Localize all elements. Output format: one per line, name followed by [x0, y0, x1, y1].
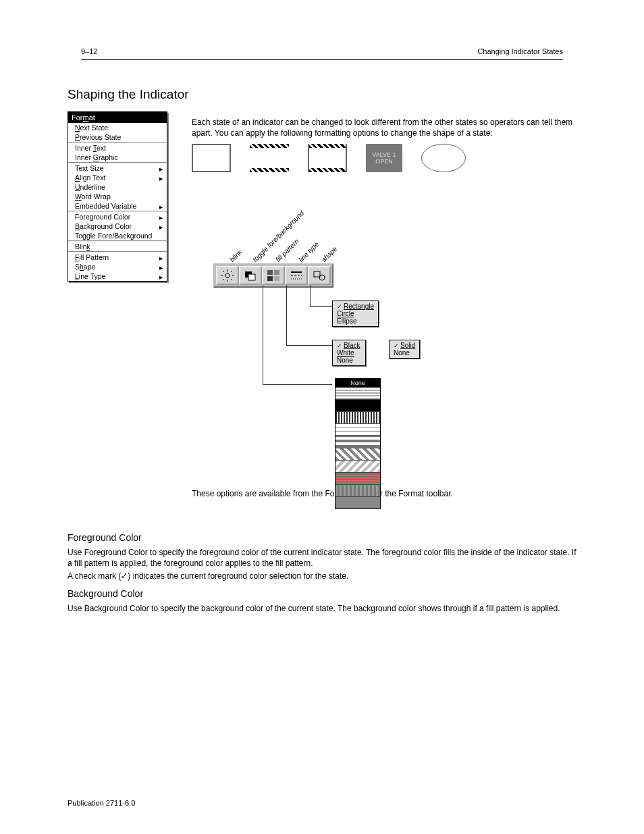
svg-line-5 — [223, 271, 224, 272]
color-opt-none[interactable]: None — [336, 357, 363, 364]
shape-opt-ellipse[interactable]: Ellipse — [336, 317, 375, 325]
linetype-opt-solid[interactable]: Solid — [392, 342, 417, 349]
toolbar-linetype-button[interactable] — [285, 266, 308, 285]
linetype-opt-none[interactable]: None — [392, 349, 417, 357]
pattern-swatch[interactable] — [336, 460, 380, 472]
toolbar-toggle-fb-button[interactable] — [239, 266, 262, 285]
fg-title: Foreground Color — [68, 532, 576, 543]
fg-paragraph-2: A check mark (✓) indicates the current f… — [68, 571, 576, 581]
menu-group-1: Next State Previous State — [68, 123, 167, 142]
menu-foreground-color[interactable]: Foreground Color — [68, 212, 167, 221]
section-heading: Shaping the Indicator — [68, 87, 576, 102]
svg-line-6 — [231, 279, 232, 280]
shape-example-plain-rect — [192, 144, 231, 172]
menu-group-5: Blink — [68, 242, 167, 251]
toggle-fb-icon — [244, 269, 257, 282]
fillpattern-none[interactable]: None — [336, 379, 380, 387]
pattern-swatch[interactable] — [336, 423, 380, 436]
toolbar-note: These options are available from the For… — [192, 488, 576, 499]
shape-examples-row: VALVE 1OPEN — [192, 144, 576, 172]
svg-rect-12 — [274, 270, 279, 275]
shape-opt-rectangle[interactable]: Rectangle — [336, 303, 375, 310]
svg-rect-11 — [267, 270, 273, 275]
menu-group-6: Fill Pattern Shape Line Type — [68, 253, 167, 281]
toolbar-blink-button[interactable] — [216, 266, 239, 285]
menu-toggle-fb[interactable]: Toggle Fore/Background — [68, 231, 167, 240]
pattern-swatch[interactable] — [336, 448, 380, 460]
intro-paragraph: Each state of an indicator can be change… — [192, 117, 576, 138]
menu-inner-graphic[interactable]: Inner Graphic — [68, 153, 167, 162]
menu-embedded-variable[interactable]: Embedded Variable — [68, 201, 167, 211]
toolbar-diagram: blink toggle fore/background fill patter… — [192, 192, 576, 483]
sun-icon — [221, 269, 234, 282]
shape-example-hatched-open — [250, 144, 289, 172]
header-rule — [81, 59, 563, 60]
shape-opt-circle[interactable]: Circle — [336, 310, 375, 317]
svg-point-19 — [319, 275, 325, 280]
format-menu-title: Format — [68, 112, 167, 123]
linetype-icon — [290, 269, 303, 282]
svg-line-7 — [223, 279, 224, 280]
pattern-swatch[interactable] — [336, 484, 380, 496]
menu-align-text[interactable]: Align Text — [68, 173, 167, 182]
shape-example-ellipse — [421, 144, 466, 172]
footer-publication: Publication 2711-6.0 — [68, 799, 135, 807]
menu-next-state[interactable]: Next State — [68, 123, 167, 132]
label-shape: shape — [320, 245, 338, 263]
toolbar-diagonal-labels: blink toggle fore/background fill patter… — [225, 192, 576, 263]
menu-blink[interactable]: Blink — [68, 242, 167, 251]
menu-group-2: Inner Text Inner Graphic — [68, 143, 167, 162]
header-title: Changing Indicator States — [477, 47, 563, 55]
shape-icon — [313, 269, 326, 282]
menu-text-size[interactable]: Text Size — [68, 163, 167, 173]
shape-example-hatched-closed — [308, 144, 347, 172]
fg-paragraph-1: Use Foreground Color to specify the fore… — [68, 547, 576, 569]
toolbar-fillpattern-button[interactable] — [262, 266, 285, 285]
pattern-swatch[interactable] — [336, 411, 380, 423]
bg-paragraph-1: Use Background Color to specify the back… — [68, 603, 576, 614]
shape-submenu[interactable]: Rectangle Circle Ellipse — [332, 301, 379, 327]
pattern-swatch[interactable] — [336, 496, 380, 509]
menu-underline[interactable]: Underline — [68, 182, 167, 192]
menu-previous-state[interactable]: Previous State — [68, 132, 167, 142]
svg-rect-13 — [267, 276, 273, 281]
format-menu[interactable]: Format Next State Previous State Inner T… — [68, 111, 167, 282]
toolbar-shape-button[interactable] — [308, 266, 331, 285]
svg-rect-10 — [248, 274, 255, 280]
pattern-swatch[interactable] — [336, 472, 380, 484]
color-opt-white[interactable]: White — [336, 349, 363, 357]
color-submenu[interactable]: Black White None — [332, 340, 366, 366]
linetype-submenu[interactable]: Solid None — [389, 340, 420, 359]
connector-fillpattern — [263, 285, 332, 385]
pattern-swatch[interactable] — [336, 436, 380, 448]
svg-rect-14 — [274, 276, 279, 281]
label-line-type: line type — [297, 240, 320, 263]
svg-point-0 — [225, 273, 230, 278]
menu-group-3: Text Size Align Text Underline Word Wrap… — [68, 163, 167, 211]
menu-fill-pattern[interactable]: Fill Pattern — [68, 253, 167, 262]
shape-example-valve: VALVE 1OPEN — [366, 144, 402, 172]
fillpattern-submenu[interactable]: None — [335, 378, 381, 509]
menu-background-color[interactable]: Background Color — [68, 221, 167, 231]
menu-group-4: Foreground Color Background Color Toggle… — [68, 212, 167, 240]
pattern-swatch[interactable] — [336, 399, 380, 411]
page-number: 9–12 — [81, 47, 97, 55]
svg-rect-18 — [314, 271, 320, 277]
svg-line-8 — [231, 271, 232, 272]
bg-title: Background Color — [68, 588, 576, 599]
fillpattern-icon — [267, 269, 280, 282]
menu-word-wrap[interactable]: Word Wrap — [68, 192, 167, 201]
menu-shape[interactable]: Shape — [68, 262, 167, 271]
menu-line-type[interactable]: Line Type — [68, 271, 167, 281]
menu-inner-text[interactable]: Inner Text — [68, 143, 167, 153]
color-opt-black[interactable]: Black — [336, 342, 363, 349]
pattern-swatch[interactable] — [336, 387, 380, 399]
label-blink: blink — [228, 249, 243, 263]
format-toolbar — [213, 263, 333, 288]
